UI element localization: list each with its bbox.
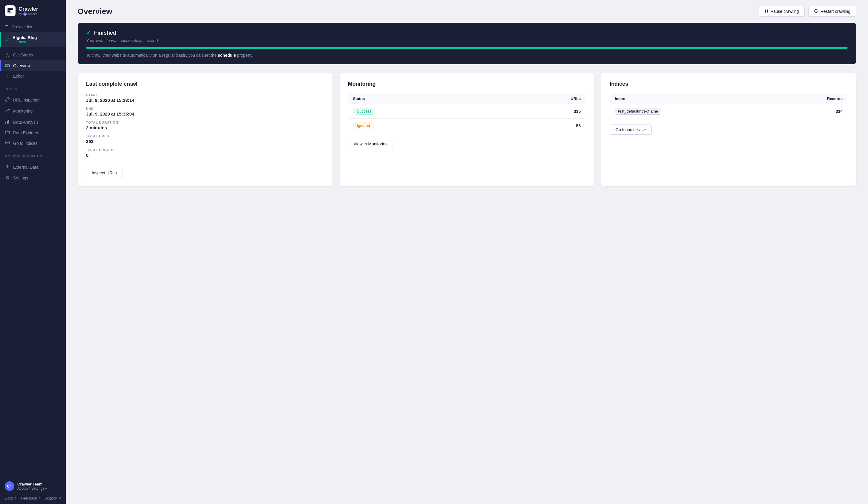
link-icon <box>5 97 10 103</box>
tools-section-label: TOOLS <box>0 84 66 92</box>
indices-title: Indices <box>610 81 848 87</box>
svg-rect-1 <box>8 10 10 12</box>
external-icon: ↗ <box>58 496 61 501</box>
svg-rect-12 <box>765 10 766 12</box>
start-label: START <box>86 93 324 97</box>
nav-label-monitoring: Monitoring <box>13 109 33 114</box>
sidebar-footer: CT Crawler Team Account Settings ▾ Docs … <box>0 476 66 504</box>
nav-label-editor: Editor <box>13 74 24 78</box>
go-to-indices-button[interactable]: Go to indices ↗ <box>610 125 652 135</box>
nav-label-path-explorer: Path Explorer <box>13 130 39 135</box>
svg-rect-13 <box>767 10 768 12</box>
sidebar-item-path-explorer[interactable]: Path Explorer <box>0 127 66 138</box>
avatar: CT <box>5 481 14 491</box>
last-crawl-card: Last complete crawl START Jul. 9, 2020 a… <box>78 73 332 186</box>
config-section-label: MY CONFIGURATION <box>0 151 66 159</box>
nav-label-external-data: External Data <box>13 165 39 170</box>
crawl-total-urls: TOTAL URLS 393 <box>86 134 324 144</box>
restart-crawling-button[interactable]: Restart crawling <box>808 6 856 17</box>
duration-label: TOTAL DURATION <box>86 120 324 124</box>
svg-point-10 <box>9 141 9 142</box>
svg-rect-7 <box>8 120 9 124</box>
check-icon: ✓ <box>6 37 10 43</box>
crawler-list-item[interactable]: ☰ Crawler list <box>0 21 66 32</box>
records-count-cell: 334 <box>774 104 848 118</box>
logo-icon <box>5 6 16 16</box>
svg-point-4 <box>7 65 8 66</box>
sidebar-item-url-inspector[interactable]: URL Inspector <box>0 94 66 105</box>
external-icon: ↗ <box>38 496 41 501</box>
gear-icon: ⚙ <box>5 175 10 181</box>
sidebar-item-editor[interactable]: › Editor <box>0 71 66 81</box>
nav-label-settings: Settings <box>13 176 28 180</box>
col-urls: URLs <box>495 93 586 104</box>
nav-label-overview: Overview <box>13 63 30 68</box>
view-in-monitoring-button[interactable]: View in Monitoring <box>348 139 393 149</box>
sidebar-item-go-to-indices[interactable]: Go to indices <box>0 138 66 148</box>
main-nav: ◎ Get Started Overview › Editor <box>0 47 66 84</box>
inspect-urls-button[interactable]: Inspect URLs <box>86 168 123 178</box>
page-title: Overview <box>78 7 112 16</box>
docs-link[interactable]: Docs ↗ <box>5 496 17 501</box>
status-badge: Success <box>353 108 375 115</box>
crawler-list-label: Crawler list <box>12 24 32 29</box>
sidebar: Crawler by a algolia ☰ Crawler list ✓ Al… <box>0 0 66 504</box>
folder-icon <box>5 130 10 135</box>
sidebar-item-settings[interactable]: ⚙ Settings <box>0 172 66 183</box>
monitoring-icon <box>5 108 10 114</box>
crawl-start: START Jul. 9, 2020 at 15:33:14 <box>86 93 324 103</box>
monitoring-table: Status URLs Success 335 Ignored 58 <box>348 93 586 133</box>
algolia-dot: a <box>23 12 27 16</box>
chevron-right-icon: › <box>5 73 10 78</box>
pause-crawling-button[interactable]: Pause crawling <box>759 6 805 17</box>
bar-chart-icon <box>5 119 10 125</box>
support-link[interactable]: Support ↗ <box>45 496 61 501</box>
last-crawl-title: Last complete crawl <box>86 81 324 87</box>
indices-card: Indices Index Records test_defaultIndexN… <box>601 73 856 186</box>
status-cell: Success <box>348 104 495 118</box>
errors-label: TOTAL ERRORS <box>86 148 324 152</box>
cards-row: Last complete crawl START Jul. 9, 2020 a… <box>66 73 868 198</box>
external-icon: ↗ <box>14 496 17 501</box>
monitoring-title: Monitoring <box>348 81 586 87</box>
indices-icon <box>5 140 10 146</box>
col-status: Status <box>348 93 495 104</box>
crawl-duration: TOTAL DURATION 2 minutes <box>86 120 324 130</box>
check-circle-icon: ✓ <box>86 29 91 36</box>
duration-value: 2 minutes <box>86 125 324 130</box>
sidebar-item-external-data[interactable]: External Data <box>0 161 66 172</box>
logo-title: Crawler <box>19 6 38 12</box>
tools-nav: URL Inspector Monitoring Data Analysis P… <box>0 92 66 151</box>
schedule-link[interactable]: schedule <box>218 53 236 57</box>
indices-table: Index Records test_defaultIndexName 334 <box>610 93 848 118</box>
active-crawler-name: Algolia Blog <box>12 35 37 40</box>
view-monitoring-label: View in Monitoring <box>354 141 388 146</box>
account-settings-link[interactable]: Account Settings ▾ <box>17 486 47 491</box>
sidebar-item-monitoring[interactable]: Monitoring <box>0 105 66 116</box>
col-index: Index <box>610 93 774 104</box>
pause-icon <box>764 9 768 14</box>
user-name: Crawler Team <box>17 482 47 486</box>
user-row[interactable]: CT Crawler Team Account Settings ▾ <box>5 480 61 493</box>
config-nav: External Data ⚙ Settings <box>0 159 66 186</box>
list-icon: ☰ <box>5 24 9 29</box>
nav-label-go-to-indices: Go to indices <box>13 141 38 146</box>
sidebar-item-overview[interactable]: Overview <box>0 60 66 71</box>
urls-label: TOTAL URLS <box>86 134 324 138</box>
sidebar-item-data-analysis[interactable]: Data Analysis <box>0 116 66 127</box>
crawl-errors: TOTAL ERRORS 0 <box>86 148 324 158</box>
monitoring-card: Monitoring Status URLs Success 335 Ignor… <box>340 73 595 186</box>
circle-icon: ◎ <box>5 52 10 57</box>
table-row: test_defaultIndexName 334 <box>610 104 848 118</box>
index-badge: test_defaultIndexName <box>615 108 661 115</box>
table-row: Ignored 58 <box>348 118 586 133</box>
active-crawler[interactable]: ✓ Algolia Blog Finished <box>0 32 66 47</box>
restart-label: Restart crawling <box>820 9 850 14</box>
feedback-link[interactable]: Feedback ↗ <box>21 496 41 501</box>
main-header: Overview Pause crawling Restart crawling <box>66 0 868 23</box>
progress-bar <box>86 47 848 49</box>
sidebar-item-get-started[interactable]: ◎ Get Started <box>0 50 66 60</box>
logo[interactable]: Crawler by a algolia <box>0 0 66 21</box>
pause-label: Pause crawling <box>771 9 799 14</box>
header-actions: Pause crawling Restart crawling <box>759 6 856 17</box>
